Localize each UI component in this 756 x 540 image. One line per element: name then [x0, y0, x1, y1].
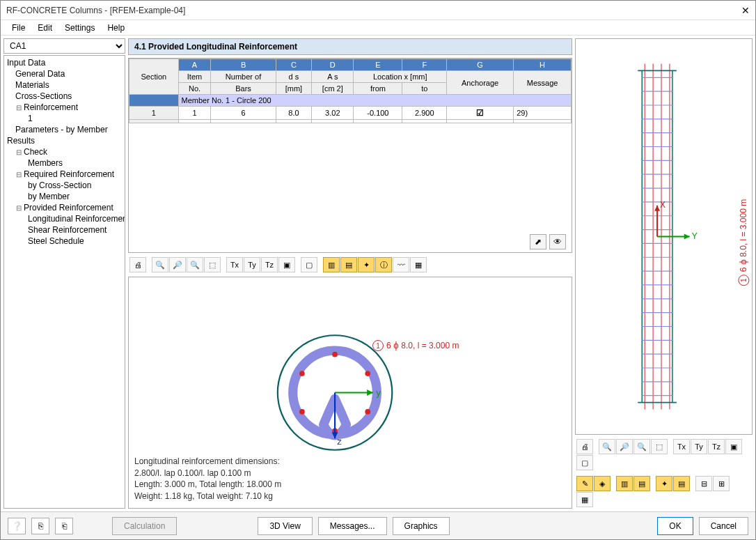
menu-edit[interactable]: Edit [32, 22, 58, 34]
toggle-4-icon[interactable]: ⓘ [375, 257, 392, 272]
svg-point-7 [299, 371, 305, 376]
view-x-icon[interactable]: Tx [673, 439, 690, 454]
toggle-i-icon[interactable]: ▦ [576, 492, 593, 507]
print-icon[interactable]: 🖨 [576, 439, 593, 454]
tree-longitudinal-reinforcement[interactable]: Longitudinal Reinforcement [6, 213, 123, 224]
view-z-icon[interactable]: Tz [708, 439, 725, 454]
data-table: Section A B C D E F G H Item Numbe [128, 58, 572, 253]
toggle-c-icon[interactable]: ▥ [616, 476, 633, 491]
iso-icon[interactable]: ▣ [725, 439, 742, 454]
toggle-2-icon[interactable]: ▤ [340, 257, 357, 272]
toggle-g-icon[interactable]: ⊟ [695, 476, 712, 491]
tree-cross-sections[interactable]: Cross-Sections [6, 91, 123, 102]
col-section[interactable]: Section [129, 59, 179, 95]
3d-view-button[interactable]: 3D View [258, 517, 312, 535]
tree-reinforcement-1[interactable]: 1 [6, 113, 123, 124]
menu-help[interactable]: Help [102, 22, 130, 34]
elev-toolbar-2: ✎ ◈ ▥ ▤ ✦ ▤ ⊟ ⊞ ▦ [575, 475, 753, 509]
ok-button[interactable]: OK [657, 517, 693, 535]
col-as: A s [312, 71, 354, 83]
col-numbars: Number of [211, 71, 276, 83]
eye-icon[interactable]: 👁 [549, 234, 566, 249]
cancel-button[interactable]: Cancel [699, 517, 748, 535]
selection-icon[interactable]: ⬚ [651, 439, 668, 454]
tree-parameters[interactable]: Parameters - by Member [6, 124, 123, 135]
elevation-view[interactable]: Y X 1 6 ϕ 8.0, l = 3.000 m [575, 38, 753, 435]
col-message: Message [514, 71, 572, 95]
col-letter-e[interactable]: E [354, 59, 402, 71]
toggle-d-icon[interactable]: ▤ [633, 476, 650, 491]
menu-file[interactable]: File [6, 22, 31, 34]
table-row-empty[interactable] [129, 120, 572, 123]
menu-settings[interactable]: Settings [59, 22, 100, 34]
svg-text:Y: Y [692, 231, 698, 241]
view-z-icon[interactable]: Tz [261, 257, 278, 272]
box-icon[interactable]: ▢ [576, 455, 593, 470]
col-location: Location x [mm] [354, 71, 447, 83]
toggle-b-icon[interactable]: ◈ [594, 476, 611, 491]
calculation-button[interactable]: Calculation [112, 517, 177, 535]
select-icon[interactable]: ⬈ [530, 234, 546, 249]
toggle-1-icon[interactable]: ▥ [323, 257, 340, 272]
cross-section-view[interactable]: y z 1 6 ϕ 8.0, l = 3.000 m Longitudinal … [128, 277, 572, 509]
svg-text:y: y [376, 387, 381, 398]
zoom-in-icon[interactable]: 🔎 [169, 257, 186, 272]
col-from: from [354, 83, 402, 95]
col-letter-a[interactable]: A [178, 59, 211, 71]
export-icon[interactable]: ⎘ [31, 518, 49, 534]
tree-materials[interactable]: Materials [6, 79, 123, 91]
messages-button[interactable]: Messages... [318, 517, 387, 535]
anchorage-checkbox[interactable]: ☑ [476, 108, 484, 118]
svg-text:X: X [660, 200, 666, 210]
tree-results[interactable]: Results [6, 135, 123, 146]
toggle-e-icon[interactable]: ✦ [656, 476, 672, 491]
col-as-cm2: [cm 2] [312, 83, 354, 95]
tree-steel-schedule[interactable]: Steel Schedule [6, 236, 123, 247]
col-letter-b[interactable]: B [211, 59, 276, 71]
toggle-h-icon[interactable]: ⊞ [713, 476, 730, 491]
close-icon[interactable]: ✕ [741, 5, 750, 16]
tree-provided-reinforcement[interactable]: ⊟Provided Reinforcement [6, 202, 123, 213]
tree-check[interactable]: ⊟Check [6, 146, 123, 157]
selection-icon[interactable]: ⬚ [204, 257, 221, 272]
toggle-6-icon[interactable]: ▦ [410, 257, 427, 272]
tree-by-member[interactable]: by Member [6, 191, 123, 202]
zoom-window-icon[interactable]: 🔍 [599, 439, 615, 454]
help-icon[interactable]: ❔ [8, 518, 26, 534]
zoom-in-icon[interactable]: 🔎 [616, 439, 633, 454]
table-row[interactable]: 1 1 6 8.0 3.02 -0.100 2.900 ☑ 29) [129, 107, 572, 120]
view-x-icon[interactable]: Tx [226, 257, 243, 272]
col-to: to [402, 83, 447, 95]
toggle-3-icon[interactable]: ✦ [358, 257, 375, 272]
tree-required-reinforcement[interactable]: ⊟Required Reinforcement [6, 169, 123, 180]
svg-point-2 [332, 352, 338, 357]
zoom-out-icon[interactable]: 🔍 [633, 439, 650, 454]
col-letter-f[interactable]: F [402, 59, 447, 71]
import-icon[interactable]: ⎗ [55, 518, 73, 534]
col-letter-h[interactable]: H [514, 59, 572, 71]
iso-icon[interactable]: ▣ [278, 257, 295, 272]
toggle-5-icon[interactable]: 〰 [393, 257, 409, 272]
panel-title: 4.1 Provided Longitudinal Reinforcement [128, 38, 572, 55]
toggle-f-icon[interactable]: ▤ [673, 476, 690, 491]
tree-shear-reinforcement[interactable]: Shear Reinforcement [6, 224, 123, 236]
col-letter-c[interactable]: C [276, 59, 312, 71]
tree-members[interactable]: Members [6, 157, 123, 169]
tree-reinforcement[interactable]: ⊟Reinforcement [6, 102, 123, 113]
tree-general-data[interactable]: General Data [6, 68, 123, 79]
table-group-row[interactable]: Member No. 1 - Circle 200 [129, 95, 572, 107]
zoom-out-icon[interactable]: 🔍 [187, 257, 203, 272]
col-letter-d[interactable]: D [312, 59, 354, 71]
print-icon[interactable]: 🖨 [129, 257, 146, 272]
toggle-a-icon[interactable]: ✎ [576, 476, 593, 491]
view-y-icon[interactable]: Ty [244, 257, 260, 272]
view-y-icon[interactable]: Ty [691, 439, 707, 454]
box-icon[interactable]: ▢ [301, 257, 317, 272]
svg-text:z: z [337, 436, 342, 447]
case-selector[interactable]: CA1 [3, 38, 125, 54]
col-letter-g[interactable]: G [447, 59, 514, 71]
tree-by-cross-section[interactable]: by Cross-Section [6, 180, 123, 191]
graphics-button[interactable]: Graphics [393, 517, 450, 535]
zoom-window-icon[interactable]: 🔍 [152, 257, 168, 272]
tree-input-data[interactable]: Input Data [6, 57, 123, 68]
